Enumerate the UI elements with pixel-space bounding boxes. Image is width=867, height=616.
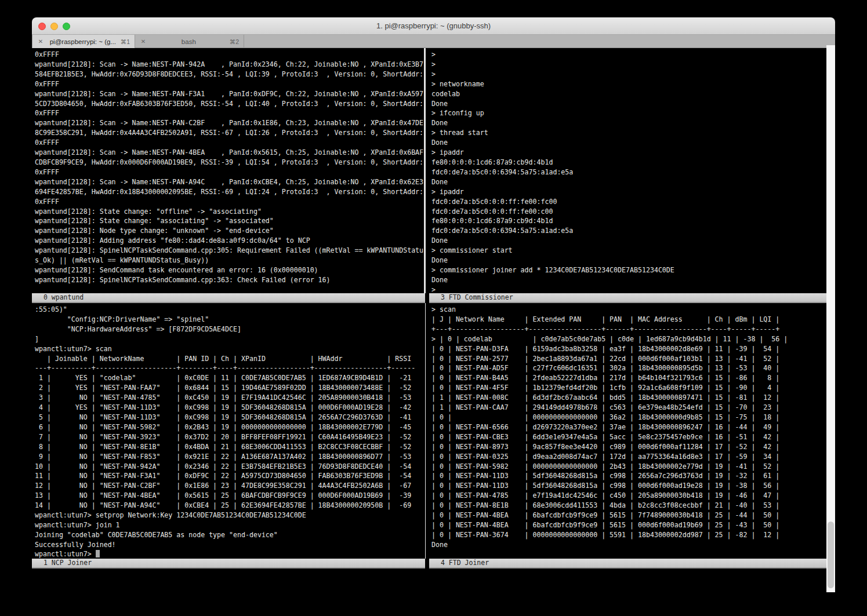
- tab-shortcut: ⌘2: [230, 38, 239, 45]
- window-title: 1. pi@raspberrypi: ~ (gnubby-ssh): [32, 17, 835, 35]
- terminal-output: > scan | J | Network Name | Extended PAN…: [429, 303, 835, 550]
- scrollbar-thumb[interactable]: [828, 522, 834, 588]
- terminal-output: 0xFFFF wpantund[2128]: Scan -> Name:NEST…: [32, 48, 425, 285]
- pane-statusbar-wpantund: 0 wpantund: [32, 293, 425, 303]
- terminal-output: :55:05)" "Config:NCP:DriverName" => "spi…: [32, 303, 425, 550]
- terminal-cursor: [96, 550, 100, 557]
- pane-statusbar-ftd-commissioner: 3 FTD Commissioner: [429, 293, 835, 303]
- tab-shortcut: ⌘1: [121, 38, 130, 45]
- pane-divider[interactable]: [424, 48, 426, 293]
- shell-prompt: wpanctl:utun7>: [35, 550, 96, 558]
- scrollbar-track[interactable]: [826, 45, 835, 592]
- tab-label: pi@raspberrypi: ~ (g...: [45, 38, 121, 45]
- terminal-window: 1. pi@raspberrypi: ~ (gnubby-ssh) ✕ pi@r…: [32, 17, 835, 616]
- window-titlebar[interactable]: 1. pi@raspberrypi: ~ (gnubby-ssh): [32, 17, 835, 35]
- pane-ftd-commissioner[interactable]: > > > > networkname codelab Done > ifcon…: [429, 48, 835, 293]
- tab-close-icon[interactable]: ✕: [139, 38, 148, 45]
- pane-wpantund[interactable]: 0xFFFF wpantund[2128]: Scan -> Name:NEST…: [32, 48, 425, 293]
- tab-label: bash: [148, 38, 230, 45]
- shell-prompt-line[interactable]: wpanctl:utun7>: [35, 549, 100, 559]
- terminal-output: > > > > networkname codelab Done > ifcon…: [429, 48, 835, 293]
- tab-close-icon[interactable]: ✕: [36, 38, 45, 45]
- tab-ssh-session[interactable]: ✕ pi@raspberrypi: ~ (g... ⌘1: [32, 35, 135, 48]
- pane-ncp-joiner[interactable]: :55:05)" "Config:NCP:DriverName" => "spi…: [32, 303, 425, 559]
- tab-bar: ✕ pi@raspberrypi: ~ (g... ⌘1 ✕ bash ⌘2: [32, 35, 835, 48]
- pane-statusbar-ncp-joiner: 1 NCP Joiner: [32, 559, 425, 568]
- pane-statusbar-ftd-joiner: 4 FTD Joiner: [429, 559, 835, 568]
- pane-ftd-joiner[interactable]: > scan | J | Network Name | Extended PAN…: [429, 303, 835, 559]
- tab-bash[interactable]: ✕ bash ⌘2: [135, 35, 244, 48]
